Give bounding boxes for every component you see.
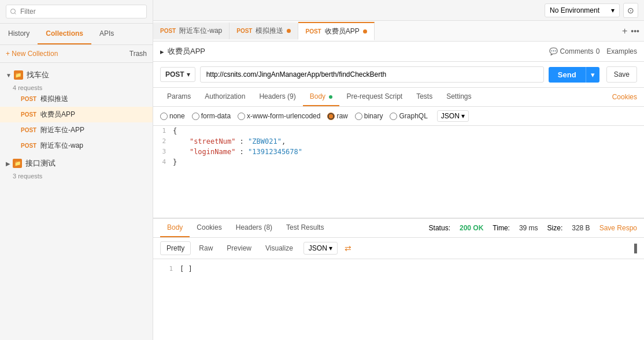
collection-header-1[interactable]: ▼ 📁 找车位 (0, 66, 153, 84)
tab-collections[interactable]: Collections (38, 24, 91, 44)
radio-graphql-input[interactable] (390, 113, 397, 120)
search-bar (0, 0, 153, 24)
req-tab-body[interactable]: Body (303, 88, 340, 106)
request-item-3[interactable]: POST 附近车位-APP (0, 122, 153, 138)
json-format-select[interactable]: JSON ▾ (437, 110, 469, 122)
radio-form-data-input[interactable] (192, 113, 199, 120)
view-tab-visualize[interactable]: Visualize (260, 242, 299, 255)
env-icon-button[interactable]: ⊙ (623, 3, 638, 18)
view-tab-preview[interactable]: Preview (221, 242, 257, 255)
send-button[interactable]: Send (549, 67, 586, 83)
send-arrow-button[interactable]: ▾ (586, 67, 599, 83)
add-tab-button[interactable]: + (622, 26, 627, 36)
request-name-2: 收费员APP (40, 110, 75, 119)
radio-urlencoded-input[interactable] (238, 113, 245, 120)
radio-binary-input[interactable] (355, 113, 362, 120)
trash-button[interactable]: Trash (129, 50, 147, 58)
view-tab-raw[interactable]: Raw (193, 242, 219, 255)
wrap-icon[interactable]: ⇄ (345, 244, 351, 253)
radio-form-data[interactable]: form-data (192, 112, 231, 120)
line-content-2: "streetNum" : "ZBW021", (171, 136, 288, 147)
resp-tab-body[interactable]: Body (160, 219, 190, 237)
tab-history[interactable]: History (0, 24, 38, 44)
tab-name-3: 收费员APP (325, 27, 360, 36)
body-dot-icon (329, 95, 332, 99)
request-item-2[interactable]: POST 收费员APP (0, 107, 153, 122)
method-select-text: POST (165, 70, 184, 79)
req-tab-settings[interactable]: Settings (439, 88, 478, 106)
response-json-select[interactable]: JSON ▾ (304, 242, 338, 255)
save-response-button[interactable]: Save Respo (599, 224, 637, 232)
collection-icon-2: 📁 (13, 159, 22, 168)
code-line-3: 3 "loginName" : "13912345678" (153, 147, 644, 157)
more-tabs-button[interactable]: ••• (631, 27, 639, 36)
examples-button[interactable]: Examples (606, 47, 637, 55)
env-row: No Environment ▾ ⊙ (153, 0, 644, 21)
tab-method-2: POST (236, 28, 252, 34)
radio-none-input[interactable] (160, 113, 168, 120)
radio-urlencoded[interactable]: x-www-form-urlencoded (238, 112, 320, 120)
radio-raw-input[interactable] (327, 113, 335, 120)
save-button[interactable]: Save (606, 66, 637, 83)
new-collection-button[interactable]: + New Collection (6, 50, 58, 58)
req-tab-headers[interactable]: Headers (9) (252, 88, 302, 106)
radio-raw[interactable]: raw (327, 112, 347, 120)
request-name-3: 附近车位-APP (40, 125, 84, 135)
collection-title-1: 找车位 (27, 70, 49, 80)
view-tab-pretty[interactable]: Pretty (160, 241, 191, 255)
tab-apis[interactable]: APIs (91, 24, 122, 44)
radio-none-label: none (169, 112, 185, 120)
tab-nearby-wap[interactable]: POST 附近车位-wap (153, 23, 230, 39)
url-input[interactable] (200, 66, 544, 83)
request-name-4: 附近车位-wap (40, 141, 83, 151)
req-tab-prerequest[interactable]: Pre-request Script (339, 88, 409, 106)
collection-header-2[interactable]: ▶ 📁 接口测试 (0, 155, 153, 172)
nav-tabs: History Collections APIs (0, 24, 153, 45)
comment-icon: 💬 (549, 47, 558, 55)
tab-mock-push[interactable]: POST 模拟推送 (230, 23, 298, 39)
method-badge-post: POST (21, 96, 40, 102)
chevron-right-icon: ▶ (6, 160, 10, 167)
environment-select[interactable]: No Environment ▾ (545, 3, 620, 17)
line-num-1: 1 (153, 126, 171, 136)
method-badge-post-2: POST (21, 111, 40, 118)
tab-method-3: POST (305, 28, 321, 35)
resp-tab-headers[interactable]: Headers (8) (229, 219, 279, 237)
resp-tab-test-results[interactable]: Test Results (279, 219, 331, 237)
radio-none[interactable]: none (160, 112, 185, 120)
radio-urlencoded-label: x-www-form-urlencoded (247, 112, 320, 120)
response-line-1: 1 [ ] (160, 264, 637, 274)
method-select[interactable]: POST ▾ (160, 67, 195, 82)
main-wrapper: No Environment ▾ ⊙ POST 附近车位-wap POST 模拟… (153, 0, 644, 340)
status-label: Status: (429, 224, 450, 232)
radio-graphql[interactable]: GraphQL (390, 112, 427, 120)
req-tab-tests[interactable]: Tests (409, 88, 439, 106)
radio-binary[interactable]: binary (355, 112, 383, 120)
environment-label: No Environment (550, 6, 599, 14)
tab-actions: + ••• (617, 26, 644, 36)
comments-button[interactable]: 💬 Comments 0 (549, 47, 600, 55)
status-value: 200 OK (460, 224, 483, 232)
response-format-label: JSON (309, 244, 327, 252)
line-content-3: "loginName" : "13912345678" (171, 147, 305, 157)
collection-title-2: 接口测试 (25, 158, 55, 169)
request-item-4[interactable]: POST 附近车位-wap (0, 138, 153, 154)
json-chevron-icon: ▾ (461, 112, 465, 120)
request-item-1[interactable]: POST 模拟推送 (0, 91, 153, 107)
tab-dot-2 (287, 29, 291, 33)
time-label: Time: (493, 224, 510, 232)
collection-group-2: ▶ 📁 接口测试 3 requests (0, 155, 153, 180)
scrollbar-icon[interactable]: ▐ (631, 244, 637, 253)
cookies-link[interactable]: Cookies (612, 93, 637, 101)
tab-cashier-app[interactable]: POST 收费员APP (298, 22, 374, 40)
req-tab-params[interactable]: Params (160, 88, 198, 106)
search-input[interactable] (6, 5, 147, 18)
resp-tab-cookies[interactable]: Cookies (190, 219, 228, 237)
size-value: 328 B (572, 224, 590, 232)
code-area[interactable]: 1 { 2 "streetNum" : "ZBW021", 3 "loginNa… (153, 126, 644, 218)
line-num-2: 2 (153, 136, 171, 146)
req-tab-authorization[interactable]: Authorization (198, 88, 252, 106)
method-badge-post-3: POST (21, 127, 40, 133)
response-line-num-1: 1 (160, 264, 177, 274)
tab-name-2: 模拟推送 (256, 26, 283, 36)
